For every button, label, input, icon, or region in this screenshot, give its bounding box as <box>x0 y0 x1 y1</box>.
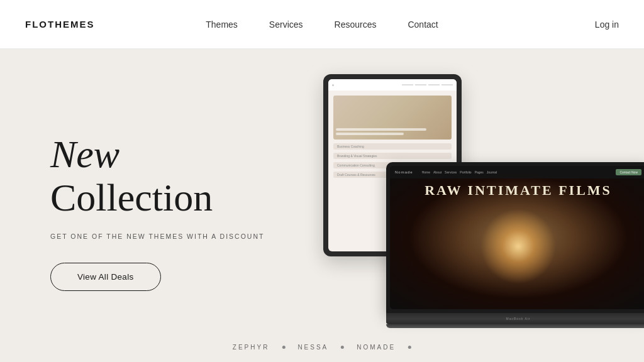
theme-indicators: ZEPHYR NESSA NOMADE <box>233 344 411 351</box>
theme-name-nomade[interactable]: NOMADE <box>357 344 396 351</box>
tablet-list-item: Business Coaching <box>333 143 452 150</box>
laptop-nav-cta: Contact Now <box>616 169 641 175</box>
laptop-light-effect <box>480 209 556 284</box>
laptop-nav-link-about: About <box>433 170 441 174</box>
laptop-screen-container: Nomade Home About Services Portfolio Pag… <box>386 162 644 313</box>
hero-section: New Collection GET ONE OF THE NEW THEMES… <box>0 49 644 362</box>
tablet-text-line <box>336 128 426 131</box>
tablet-text-line <box>336 133 404 135</box>
laptop-nav-link-journal: Journal <box>487 170 497 174</box>
tablet-list-text: Draft Courses & Resources <box>337 173 375 177</box>
nav-item-resources[interactable]: Resources <box>335 19 377 30</box>
tablet-nav-line <box>441 84 453 85</box>
theme-dot-2 <box>341 346 344 349</box>
laptop-base <box>386 313 644 324</box>
theme-dot-1 <box>282 346 285 349</box>
tablet-nav-lines <box>402 84 453 85</box>
tablet-list-text: Business Coaching <box>337 145 364 148</box>
laptop-nav-link-portfolio: Portfolio <box>460 170 471 174</box>
nav-item-services[interactable]: Services <box>269 19 303 30</box>
laptop-nav-link-services: Services <box>445 170 457 174</box>
theme-name-zephyr[interactable]: ZEPHYR <box>233 344 270 351</box>
laptop-screen: Nomade Home About Services Portfolio Pag… <box>390 166 644 309</box>
main-nav: Themes Services Resources Contact <box>206 19 438 30</box>
theme-name-nessa[interactable]: NESSA <box>297 344 328 351</box>
laptop-mockup: Nomade Home About Services Portfolio Pag… <box>386 162 644 338</box>
laptop-nav-brand: Nomade <box>395 170 413 174</box>
tablet-nav-line <box>415 84 426 85</box>
tablet-nav-line <box>428 84 440 85</box>
hero-title-italic: New <box>50 133 119 175</box>
tablet-list-text: Communication Consulting <box>337 163 375 167</box>
hero-images: Business Coaching Branding & Visual Stra… <box>323 55 644 344</box>
laptop-screen-title: RAW INTIMATE FILMS <box>390 182 644 199</box>
laptop-nav-link-home: Home <box>422 170 430 174</box>
header: FLOTHEMES Themes Services Resources Cont… <box>0 0 644 49</box>
nav-item-themes[interactable]: Themes <box>206 19 238 30</box>
tablet-list-text: Branding & Visual Strategies <box>337 154 377 158</box>
tablet-nav <box>328 79 457 90</box>
hero-content: New Collection GET ONE OF THE NEW THEMES… <box>50 120 289 290</box>
theme-dot-3 <box>408 346 411 349</box>
laptop-nav-links: Home About Services Portfolio Pages Jour… <box>422 170 497 174</box>
laptop-foot <box>386 324 644 328</box>
laptop-screen-nav: Nomade Home About Services Portfolio Pag… <box>390 166 644 178</box>
tablet-list-item: Branding & Visual Strategies <box>333 153 452 159</box>
hero-title: New Collection <box>50 133 289 218</box>
nav-item-contact[interactable]: Contact <box>408 19 438 30</box>
login-button[interactable]: Log in <box>595 19 619 30</box>
hero-subtitle: GET ONE OF THE NEW THEMES WITH A DISCOUN… <box>50 233 289 240</box>
hero-title-regular: Collection <box>50 176 213 219</box>
tablet-hero-image <box>333 96 452 140</box>
tablet-nav-dot <box>332 84 334 86</box>
logo[interactable]: FLOTHEMES <box>25 19 95 30</box>
cta-button[interactable]: View All Deals <box>50 263 161 291</box>
laptop-nav-link-pages: Pages <box>475 170 484 174</box>
tablet-nav-line <box>402 84 413 85</box>
tablet-hero-overlay <box>336 128 449 137</box>
